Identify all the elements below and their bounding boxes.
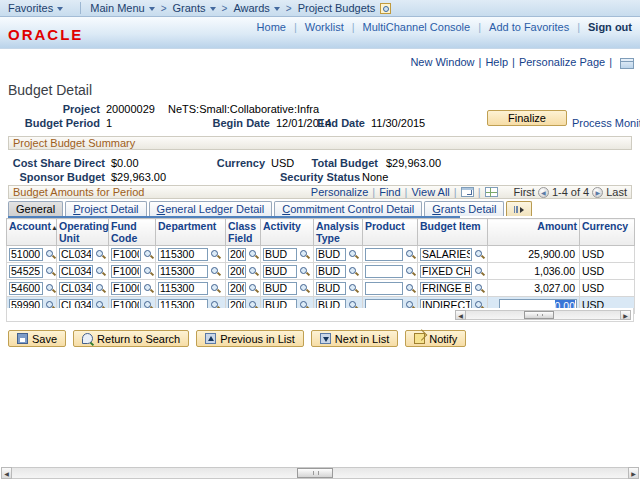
tab-general-ledger-detail[interactable]: General Ledger Detail — [149, 201, 273, 216]
col-operating-unit[interactable]: Operating Unit — [57, 219, 109, 246]
zoom-grid-icon[interactable] — [461, 187, 474, 197]
download-grid-icon[interactable] — [485, 187, 498, 197]
lookup-icon[interactable] — [348, 283, 359, 294]
lookup-icon[interactable] — [45, 283, 56, 294]
col-product[interactable]: Product — [363, 219, 418, 246]
page-horizontal-scrollbar[interactable]: ◀ ▶ — [1, 467, 639, 479]
fund-code-input[interactable] — [111, 265, 141, 278]
find-link[interactable]: Find — [379, 186, 400, 198]
class-field-input[interactable] — [228, 265, 246, 278]
scroll-left-icon[interactable]: ◀ — [455, 310, 466, 320]
lookup-icon[interactable] — [474, 266, 485, 277]
multichannel-console-link[interactable]: MultiChannel Console — [363, 21, 471, 33]
scroll-left-icon[interactable]: ◀ — [1, 467, 12, 479]
show-all-columns-icon[interactable] — [506, 201, 532, 216]
tab-commitment-control-detail[interactable]: Commitment Control Detail — [274, 201, 422, 216]
sign-out-link[interactable]: Sign out — [588, 21, 632, 33]
col-fund-code[interactable]: Fund Code — [109, 219, 156, 246]
lookup-icon[interactable] — [348, 266, 359, 277]
last-page-icon[interactable]: ▶ — [592, 187, 603, 198]
process-monitor-link[interactable]: Process Monitor — [572, 117, 640, 129]
previous-in-list-button[interactable]: Previous in List — [196, 330, 304, 347]
budget-item-input[interactable] — [420, 282, 472, 295]
lookup-icon[interactable] — [210, 283, 221, 294]
product-input[interactable] — [365, 265, 403, 278]
lookup-icon[interactable] — [299, 283, 310, 294]
col-department[interactable]: Department — [156, 219, 226, 246]
lookup-icon[interactable] — [45, 249, 56, 260]
lookup-icon[interactable] — [405, 266, 416, 277]
lookup-icon[interactable] — [348, 249, 359, 260]
operating-unit-input[interactable] — [59, 248, 93, 261]
worklist-link[interactable]: Worklist — [305, 21, 344, 33]
lookup-icon[interactable] — [474, 283, 485, 294]
notify-button[interactable]: Notify — [405, 330, 466, 347]
personalize-link[interactable]: Personalize — [311, 186, 368, 198]
lookup-icon[interactable] — [95, 283, 106, 294]
col-activity[interactable]: Activity — [261, 219, 314, 246]
lookup-icon[interactable] — [248, 283, 259, 294]
favorites-menu[interactable]: Favorites — [0, 2, 71, 14]
activity-input[interactable] — [263, 248, 297, 261]
finalize-button[interactable]: Finalize — [487, 110, 567, 126]
lookup-icon[interactable] — [143, 266, 154, 277]
breadcrumb-awards[interactable]: Awards — [233, 2, 279, 14]
add-to-favorites-link[interactable]: Add to Favorites — [489, 21, 569, 33]
budget-item-input[interactable] — [420, 265, 472, 278]
lookup-icon[interactable] — [299, 249, 310, 260]
breadcrumb-project-budgets[interactable]: Project Budgets — [298, 2, 376, 14]
lookup-icon[interactable] — [248, 249, 259, 260]
breadcrumb-search-icon[interactable] — [380, 3, 391, 14]
col-amount[interactable]: Amount — [488, 219, 580, 246]
lookup-icon[interactable] — [45, 266, 56, 277]
personalize-page-link[interactable]: Personalize Page — [519, 56, 605, 68]
help-link[interactable]: Help — [485, 56, 508, 68]
lookup-icon[interactable] — [95, 249, 106, 260]
tab-project-detail[interactable]: Project Detail — [65, 201, 146, 216]
class-field-input[interactable] — [228, 248, 246, 261]
activity-input[interactable] — [263, 265, 297, 278]
department-input[interactable] — [158, 265, 208, 278]
class-field-input[interactable] — [228, 282, 246, 295]
breadcrumb-grants[interactable]: Grants — [173, 2, 216, 14]
analysis-type-input[interactable] — [316, 248, 346, 261]
lookup-icon[interactable] — [248, 266, 259, 277]
product-input[interactable] — [365, 282, 403, 295]
account-input[interactable] — [9, 248, 43, 261]
lookup-icon[interactable] — [95, 266, 106, 277]
department-input[interactable] — [158, 248, 208, 261]
fund-code-input[interactable] — [111, 282, 141, 295]
lookup-icon[interactable] — [405, 283, 416, 294]
personalize-layout-icon[interactable] — [620, 58, 634, 69]
tab-general[interactable]: General — [8, 201, 63, 216]
lookup-icon[interactable] — [405, 249, 416, 260]
lookup-icon[interactable] — [210, 266, 221, 277]
lookup-icon[interactable] — [143, 249, 154, 260]
lookup-icon[interactable] — [143, 283, 154, 294]
scroll-right-icon[interactable]: ▶ — [628, 467, 639, 479]
budget-item-input[interactable] — [420, 248, 472, 261]
col-account[interactable]: Account▲ — [7, 219, 57, 246]
scrollbar-thumb[interactable] — [297, 468, 333, 478]
return-to-search-button[interactable]: Return to Search — [73, 330, 189, 347]
analysis-type-input[interactable] — [316, 282, 346, 295]
lookup-icon[interactable] — [474, 249, 485, 260]
tab-grants-detail[interactable]: Grants Detail — [424, 201, 504, 216]
next-in-list-button[interactable]: Next in List — [311, 330, 398, 347]
col-currency[interactable]: Currency — [580, 219, 635, 246]
scroll-right-icon[interactable]: ▶ — [620, 310, 631, 320]
view-all-link[interactable]: View All — [411, 186, 449, 198]
operating-unit-input[interactable] — [59, 265, 93, 278]
product-input[interactable] — [365, 248, 403, 261]
account-input[interactable] — [9, 282, 43, 295]
first-page-icon[interactable]: ◀ — [538, 187, 549, 198]
col-analysis-type[interactable]: Analysis Type — [314, 219, 363, 246]
home-link[interactable]: Home — [257, 21, 286, 33]
save-button[interactable]: Save — [8, 330, 66, 347]
scrollbar-thumb[interactable] — [524, 311, 554, 319]
col-budget-item[interactable]: Budget Item — [418, 219, 488, 246]
operating-unit-input[interactable] — [59, 282, 93, 295]
account-input[interactable] — [9, 265, 43, 278]
main-menu[interactable]: Main Menu — [90, 2, 154, 14]
new-window-link[interactable]: New Window — [410, 56, 474, 68]
